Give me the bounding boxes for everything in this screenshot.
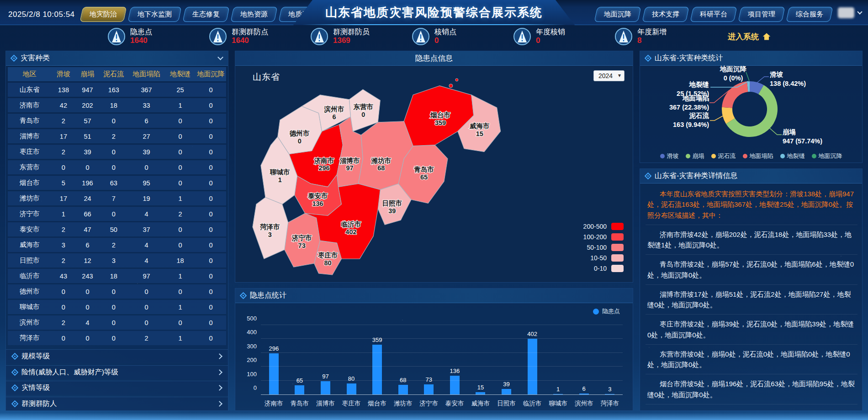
bar[interactable] (476, 392, 485, 394)
bar[interactable] (398, 385, 408, 394)
table-cell: 42 (52, 98, 76, 112)
table-row[interactable]: 德州市000000 (8, 284, 226, 299)
bar[interactable] (321, 381, 330, 394)
stat-label: 群测群防员 (333, 28, 370, 36)
legend-item-label: 地面沉降 (819, 152, 842, 160)
disaster-table-head: 地区滑坡崩塌泥石流地面塌陷地裂缝地面沉降 (8, 67, 226, 81)
table-cell: 0 (165, 238, 196, 252)
table-row[interactable]: 临沂市43243189710 (8, 269, 226, 283)
donut-label-value: 163 (9.94%) (644, 121, 709, 130)
details-header: 山东省-灾害种类详情信息 (640, 169, 862, 184)
bar[interactable] (424, 384, 434, 394)
table-row[interactable]: 烟台市5196639500 (8, 176, 226, 190)
stat-item[interactable]: 年度新增8 (614, 27, 716, 46)
header-tab[interactable]: 综合服务 (786, 7, 833, 22)
bar[interactable] (295, 385, 304, 394)
table-cell: 枣庄市 (8, 145, 52, 159)
table-row[interactable]: 枣庄市23903900 (8, 145, 226, 159)
donut-legend-item[interactable]: 地裂缝 (780, 152, 805, 160)
donut-leader-line (770, 128, 782, 135)
table-cell: 39 (128, 145, 165, 159)
legend-label: 隐患点 (602, 307, 620, 315)
table-row[interactable]: 济南市42202183310 (8, 98, 226, 112)
table-row[interactable]: 聊城市000010 (8, 300, 226, 314)
bar[interactable] (450, 376, 460, 394)
stat-item[interactable]: 年度核销0 (513, 27, 614, 46)
stat-item[interactable]: 核销点0 (412, 27, 513, 46)
header-tab[interactable]: 地热资源 (230, 7, 277, 22)
bar[interactable] (269, 353, 279, 394)
table-row[interactable]: 济宁市1660420 (8, 207, 226, 221)
stat-item[interactable]: 群测群防点1640 (209, 27, 310, 46)
header-tab[interactable]: 技术支撑 (642, 7, 689, 22)
donut-legend-item[interactable]: 地面塌陷 (743, 152, 773, 160)
table-header-cell: 地裂缝 (165, 67, 196, 81)
details-scroll-area[interactable]: 本年度山东省地质灾害按照灾害类型划分：滑坡138处，崩塌947处，泥石流163处… (640, 184, 862, 410)
bar-chart-legend[interactable]: 隐患点 (593, 307, 620, 315)
stat-item[interactable]: 群测群防员1369 (310, 27, 412, 46)
donut-slice[interactable] (722, 81, 748, 108)
donut-legend-item[interactable]: 滑坡 (660, 152, 679, 160)
enter-system-button[interactable]: 进入系统 (728, 31, 771, 42)
legend-item-label: 崩塌 (693, 152, 704, 160)
user-menu[interactable] (838, 7, 862, 22)
bar-value-label: 97 (322, 373, 328, 380)
table-row[interactable]: 泰安市247503700 (8, 222, 226, 236)
accordion-item[interactable]: 灾情等级 (6, 381, 228, 395)
chevron-right-icon (217, 385, 222, 391)
table-cell: 烟台市 (8, 176, 52, 190)
donut-legend-item[interactable]: 地面沉降 (812, 152, 842, 160)
table-cell: 0 (165, 114, 196, 128)
table-row[interactable]: 淄博市175122700 (8, 129, 226, 143)
accordion-item[interactable]: 群测群防人 (6, 397, 228, 411)
warning-icon (209, 27, 227, 46)
table-cell: 0 (128, 315, 165, 330)
bar-value-label: 3 (608, 386, 611, 393)
header-tab[interactable]: 项目管理 (738, 7, 785, 22)
header-tab[interactable]: 生态修复 (182, 7, 229, 22)
table-row[interactable]: 潍坊市172471910 (8, 191, 226, 205)
year-select-wrap: 2024 (593, 70, 625, 81)
header-tab[interactable]: 科研平台 (690, 7, 737, 22)
donut-legend: 滑坡崩塌泥石流地面塌陷地裂缝地面沉降 (640, 152, 862, 160)
map-island (449, 84, 453, 88)
bar[interactable] (347, 383, 356, 394)
bar[interactable] (579, 394, 589, 394)
table-cell: 2 (52, 315, 76, 330)
avatar[interactable] (838, 7, 854, 18)
header-tabs-left: 地灾防治地下水监测生态修复地热资源地质遗迹 (81, 7, 324, 22)
map-legend-item: 50-100 (583, 244, 624, 251)
accordion-item[interactable]: 险情(威胁人口、威胁财产)等级 (6, 365, 228, 379)
table-row[interactable]: 东营市000000 (8, 160, 226, 174)
collapse-chevron-icon[interactable] (217, 54, 223, 60)
chevron-right-icon (217, 353, 222, 359)
bar[interactable] (502, 389, 511, 394)
table-row[interactable]: 青岛市2570600 (8, 114, 226, 128)
disaster-type-header[interactable]: 灾害种类 (6, 51, 228, 66)
table-row[interactable]: 日照市21234180 (8, 253, 226, 268)
stat-item[interactable]: 隐患点1640 (107, 27, 209, 46)
bar-value-label: 15 (477, 384, 484, 391)
donut-legend-item[interactable]: 泥石流 (711, 152, 736, 160)
header-tab-label: 地热资源 (240, 10, 268, 19)
table-row[interactable]: 山东省138947163367250 (8, 83, 226, 97)
bar[interactable] (605, 394, 614, 394)
table-cell: 0 (196, 83, 226, 97)
table-row[interactable]: 滨州市240000 (8, 315, 226, 330)
year-select[interactable]: 2024 (593, 70, 625, 81)
table-cell: 潍坊市 (8, 191, 52, 205)
accordion-item[interactable]: 规模等级 (6, 349, 228, 363)
donut-legend-item[interactable]: 崩塌 (686, 152, 704, 160)
table-cell: 0 (165, 176, 196, 190)
header-tab[interactable]: 地灾防治 (79, 7, 127, 22)
table-row[interactable]: 菏泽市000210 (8, 331, 226, 345)
bar[interactable] (553, 394, 563, 394)
header-tab[interactable]: 地下水监测 (127, 7, 181, 22)
table-row[interactable]: 威海市362400 (8, 238, 226, 252)
header-tab[interactable]: 地面沉降 (594, 7, 641, 22)
donut-callout-label: 崩塌947 (57.74%) (783, 128, 822, 146)
bar-chart-body: 隐患点 29665978035968731361539402163 010020… (235, 303, 633, 410)
y-axis-tick: 0 (254, 384, 257, 391)
table-cell: 0 (100, 145, 128, 159)
table-cell: 95 (128, 176, 165, 190)
